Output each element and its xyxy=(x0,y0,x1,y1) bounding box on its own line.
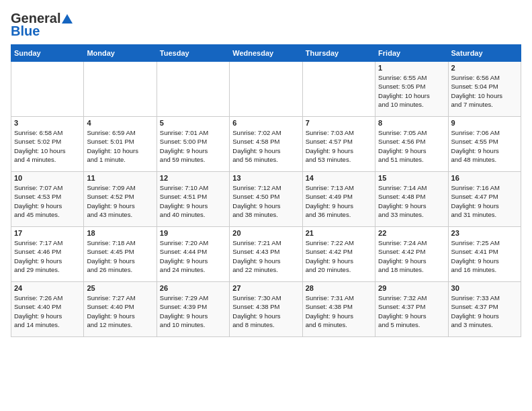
day-info: Sunrise: 7:21 AM Sunset: 4:43 PM Dayligh… xyxy=(232,238,299,274)
calendar-cell: 18Sunrise: 7:18 AM Sunset: 4:45 PM Dayli… xyxy=(84,227,157,282)
day-info: Sunrise: 7:02 AM Sunset: 4:58 PM Dayligh… xyxy=(232,128,299,164)
calendar-cell: 21Sunrise: 7:22 AM Sunset: 4:42 PM Dayli… xyxy=(302,227,375,282)
day-number: 20 xyxy=(232,229,299,237)
calendar-cell: 11Sunrise: 7:09 AM Sunset: 4:52 PM Dayli… xyxy=(84,172,157,227)
day-number: 12 xyxy=(160,174,226,182)
day-number: 13 xyxy=(232,174,299,182)
day-number: 4 xyxy=(87,119,153,127)
calendar-cell: 6Sunrise: 7:02 AM Sunset: 4:58 PM Daylig… xyxy=(230,117,302,172)
day-number: 10 xyxy=(14,174,81,182)
day-info: Sunrise: 7:29 AM Sunset: 4:39 PM Dayligh… xyxy=(160,293,226,329)
day-number: 2 xyxy=(451,64,518,72)
calendar-cell: 29Sunrise: 7:32 AM Sunset: 4:37 PM Dayli… xyxy=(375,282,448,337)
day-number: 15 xyxy=(378,174,445,182)
calendar-cell xyxy=(84,62,157,117)
weekday-header-wednesday: Wednesday xyxy=(230,45,302,62)
week-row-3: 17Sunrise: 7:17 AM Sunset: 4:46 PM Dayli… xyxy=(11,227,521,282)
calendar-cell xyxy=(157,62,229,117)
day-number: 19 xyxy=(160,229,226,237)
day-number: 16 xyxy=(451,174,518,182)
calendar-cell: 20Sunrise: 7:21 AM Sunset: 4:43 PM Dayli… xyxy=(230,227,302,282)
day-info: Sunrise: 7:12 AM Sunset: 4:50 PM Dayligh… xyxy=(232,183,299,219)
day-info: Sunrise: 6:56 AM Sunset: 5:04 PM Dayligh… xyxy=(451,73,518,109)
day-info: Sunrise: 7:24 AM Sunset: 4:42 PM Dayligh… xyxy=(378,238,445,274)
weekday-header-friday: Friday xyxy=(375,45,448,62)
day-number: 27 xyxy=(232,284,299,292)
calendar-table: SundayMondayTuesdayWednesdayThursdayFrid… xyxy=(11,44,521,337)
calendar-cell: 9Sunrise: 7:06 AM Sunset: 4:55 PM Daylig… xyxy=(448,117,521,172)
calendar-cell: 12Sunrise: 7:10 AM Sunset: 4:51 PM Dayli… xyxy=(157,172,229,227)
day-number: 25 xyxy=(87,284,153,292)
day-info: Sunrise: 7:22 AM Sunset: 4:42 PM Dayligh… xyxy=(306,238,372,274)
day-info: Sunrise: 7:26 AM Sunset: 4:40 PM Dayligh… xyxy=(14,293,81,329)
day-number: 5 xyxy=(160,119,226,127)
day-info: Sunrise: 7:05 AM Sunset: 4:56 PM Dayligh… xyxy=(378,128,445,164)
day-number: 18 xyxy=(87,229,153,237)
week-row-0: 1Sunrise: 6:55 AM Sunset: 5:05 PM Daylig… xyxy=(11,62,521,117)
week-row-4: 24Sunrise: 7:26 AM Sunset: 4:40 PM Dayli… xyxy=(11,282,521,337)
logo: General Blue xyxy=(11,11,73,39)
day-number: 8 xyxy=(378,119,445,127)
calendar-cell: 10Sunrise: 7:07 AM Sunset: 4:53 PM Dayli… xyxy=(11,172,84,227)
day-info: Sunrise: 7:14 AM Sunset: 4:48 PM Dayligh… xyxy=(378,183,445,219)
day-number: 21 xyxy=(306,229,372,237)
day-info: Sunrise: 7:09 AM Sunset: 4:52 PM Dayligh… xyxy=(87,183,153,219)
day-info: Sunrise: 6:55 AM Sunset: 5:05 PM Dayligh… xyxy=(378,73,445,109)
day-info: Sunrise: 6:58 AM Sunset: 5:02 PM Dayligh… xyxy=(14,128,81,164)
calendar-cell: 26Sunrise: 7:29 AM Sunset: 4:39 PM Dayli… xyxy=(157,282,229,337)
weekday-header-thursday: Thursday xyxy=(302,45,375,62)
day-info: Sunrise: 7:32 AM Sunset: 4:37 PM Dayligh… xyxy=(378,293,445,329)
calendar-cell: 25Sunrise: 7:27 AM Sunset: 4:40 PM Dayli… xyxy=(84,282,157,337)
day-info: Sunrise: 7:07 AM Sunset: 4:53 PM Dayligh… xyxy=(14,183,81,219)
calendar-cell: 1Sunrise: 6:55 AM Sunset: 5:05 PM Daylig… xyxy=(375,62,448,117)
logo-blue: Blue xyxy=(11,24,40,39)
calendar-cell: 5Sunrise: 7:01 AM Sunset: 5:00 PM Daylig… xyxy=(157,117,229,172)
day-number: 30 xyxy=(451,284,518,292)
day-number: 28 xyxy=(306,284,372,292)
weekday-header-monday: Monday xyxy=(84,45,157,62)
calendar-cell: 7Sunrise: 7:03 AM Sunset: 4:57 PM Daylig… xyxy=(302,117,375,172)
day-info: Sunrise: 7:20 AM Sunset: 4:44 PM Dayligh… xyxy=(160,238,226,274)
calendar-cell: 30Sunrise: 7:33 AM Sunset: 4:37 PM Dayli… xyxy=(448,282,521,337)
day-number: 17 xyxy=(14,229,81,237)
week-row-1: 3Sunrise: 6:58 AM Sunset: 5:02 PM Daylig… xyxy=(11,117,521,172)
calendar-cell: 4Sunrise: 6:59 AM Sunset: 5:01 PM Daylig… xyxy=(84,117,157,172)
day-number: 9 xyxy=(451,119,518,127)
calendar-cell: 24Sunrise: 7:26 AM Sunset: 4:40 PM Dayli… xyxy=(11,282,84,337)
calendar-cell: 27Sunrise: 7:30 AM Sunset: 4:38 PM Dayli… xyxy=(230,282,302,337)
day-info: Sunrise: 7:18 AM Sunset: 4:45 PM Dayligh… xyxy=(87,238,153,274)
day-number: 11 xyxy=(87,174,153,182)
calendar-cell: 17Sunrise: 7:17 AM Sunset: 4:46 PM Dayli… xyxy=(11,227,84,282)
day-info: Sunrise: 7:01 AM Sunset: 5:00 PM Dayligh… xyxy=(160,128,226,164)
weekday-header-sunday: Sunday xyxy=(11,45,84,62)
day-number: 22 xyxy=(378,229,445,237)
day-info: Sunrise: 7:13 AM Sunset: 4:49 PM Dayligh… xyxy=(306,183,372,219)
day-info: Sunrise: 7:06 AM Sunset: 4:55 PM Dayligh… xyxy=(451,128,518,164)
calendar-cell: 3Sunrise: 6:58 AM Sunset: 5:02 PM Daylig… xyxy=(11,117,84,172)
calendar-cell: 14Sunrise: 7:13 AM Sunset: 4:49 PM Dayli… xyxy=(302,172,375,227)
day-info: Sunrise: 7:27 AM Sunset: 4:40 PM Dayligh… xyxy=(87,293,153,329)
calendar-cell: 22Sunrise: 7:24 AM Sunset: 4:42 PM Dayli… xyxy=(375,227,448,282)
day-info: Sunrise: 7:30 AM Sunset: 4:38 PM Dayligh… xyxy=(232,293,299,329)
day-info: Sunrise: 7:25 AM Sunset: 4:41 PM Dayligh… xyxy=(451,238,518,274)
calendar-cell: 15Sunrise: 7:14 AM Sunset: 4:48 PM Dayli… xyxy=(375,172,448,227)
day-number: 7 xyxy=(306,119,372,127)
weekday-header-saturday: Saturday xyxy=(448,45,521,62)
weekday-header-tuesday: Tuesday xyxy=(157,45,229,62)
day-number: 14 xyxy=(306,174,372,182)
calendar-cell: 13Sunrise: 7:12 AM Sunset: 4:50 PM Dayli… xyxy=(230,172,302,227)
day-number: 23 xyxy=(451,229,518,237)
calendar-cell xyxy=(302,62,375,117)
day-number: 3 xyxy=(14,119,81,127)
day-info: Sunrise: 7:10 AM Sunset: 4:51 PM Dayligh… xyxy=(160,183,226,219)
day-info: Sunrise: 7:33 AM Sunset: 4:37 PM Dayligh… xyxy=(451,293,518,329)
calendar-cell: 23Sunrise: 7:25 AM Sunset: 4:41 PM Dayli… xyxy=(448,227,521,282)
day-number: 29 xyxy=(378,284,445,292)
day-info: Sunrise: 7:17 AM Sunset: 4:46 PM Dayligh… xyxy=(14,238,81,274)
calendar-header: SundayMondayTuesdayWednesdayThursdayFrid… xyxy=(11,45,521,62)
day-info: Sunrise: 7:16 AM Sunset: 4:47 PM Dayligh… xyxy=(451,183,518,219)
calendar-cell: 16Sunrise: 7:16 AM Sunset: 4:47 PM Dayli… xyxy=(448,172,521,227)
day-number: 26 xyxy=(160,284,226,292)
day-number: 1 xyxy=(378,64,445,72)
page-header: General Blue xyxy=(11,11,521,39)
